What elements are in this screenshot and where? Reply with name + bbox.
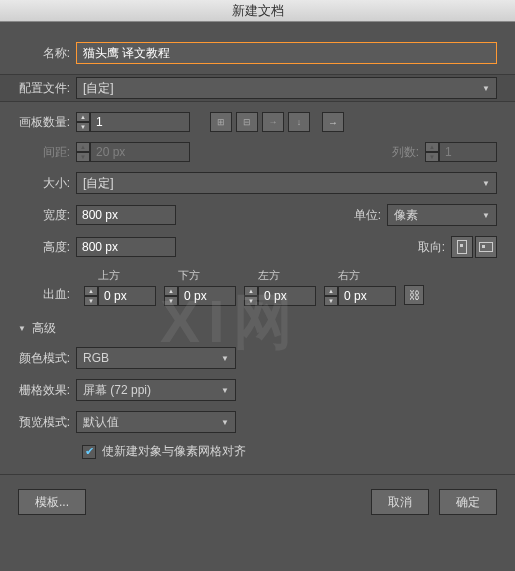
grid-by-row-icon[interactable]: ⊞ <box>210 112 232 132</box>
bleed-label: 出血: <box>18 286 76 306</box>
template-button[interactable]: 模板... <box>18 489 86 515</box>
advanced-toggle[interactable]: 高级 <box>18 320 497 337</box>
orientation-portrait[interactable] <box>451 236 473 258</box>
artboards-up[interactable]: ▲ <box>76 112 90 122</box>
profile-select[interactable]: [自定] <box>76 77 497 99</box>
name-label: 名称: <box>18 45 76 62</box>
size-label: 大小: <box>18 175 76 192</box>
bleed-left-label: 左方 <box>244 268 316 283</box>
width-input[interactable] <box>76 205 176 225</box>
columns-input <box>439 142 497 162</box>
colormode-select[interactable]: RGB <box>76 347 236 369</box>
raster-label: 栅格效果: <box>18 382 76 399</box>
bleed-bottom-down[interactable]: ▼ <box>164 296 178 306</box>
width-label: 宽度: <box>18 207 76 224</box>
arrange-col-icon[interactable]: ↓ <box>288 112 310 132</box>
divider <box>0 474 515 475</box>
bleed-right-input[interactable] <box>338 286 396 306</box>
artboards-label: 画板数量: <box>18 114 76 131</box>
bleed-link-icon[interactable]: ⛓ <box>404 285 424 305</box>
bleed-right-down[interactable]: ▼ <box>324 296 338 306</box>
raster-select[interactable]: 屏幕 (72 ppi) <box>76 379 236 401</box>
bleed-top-label: 上方 <box>84 268 156 283</box>
bleed-top-input[interactable] <box>98 286 156 306</box>
bleed-left-down[interactable]: ▼ <box>244 296 258 306</box>
columns-label: 列数: <box>385 144 425 161</box>
dialog-title: 新建文档 <box>0 0 515 22</box>
columns-down: ▼ <box>425 152 439 162</box>
unit-label: 单位: <box>347 207 387 224</box>
bleed-left-input[interactable] <box>258 286 316 306</box>
bleed-top-up[interactable]: ▲ <box>84 286 98 296</box>
artboards-down[interactable]: ▼ <box>76 122 90 132</box>
colormode-label: 颜色模式: <box>18 350 76 367</box>
bleed-left-up[interactable]: ▲ <box>244 286 258 296</box>
align-grid-checkbox[interactable]: ✔ <box>82 445 96 459</box>
columns-up: ▲ <box>425 142 439 152</box>
bleed-top-down[interactable]: ▼ <box>84 296 98 306</box>
spacing-up: ▲ <box>76 142 90 152</box>
height-label: 高度: <box>18 239 76 256</box>
spacing-input <box>90 142 190 162</box>
align-grid-label: 使新建对象与像素网格对齐 <box>102 443 246 460</box>
preview-select[interactable]: 默认值 <box>76 411 236 433</box>
size-select[interactable]: [自定] <box>76 172 497 194</box>
spacing-label: 间距: <box>18 144 76 161</box>
profile-label: 配置文件: <box>18 80 76 97</box>
unit-select[interactable]: 像素 <box>387 204 497 226</box>
bleed-right-label: 右方 <box>324 268 396 283</box>
grid-by-col-icon[interactable]: ⊟ <box>236 112 258 132</box>
spacing-down: ▼ <box>76 152 90 162</box>
landscape-icon <box>479 242 493 252</box>
name-input[interactable] <box>76 42 497 64</box>
bleed-bottom-up[interactable]: ▲ <box>164 286 178 296</box>
orientation-label: 取向: <box>411 239 451 256</box>
bleed-bottom-input[interactable] <box>178 286 236 306</box>
ok-button[interactable]: 确定 <box>439 489 497 515</box>
height-input[interactable] <box>76 237 176 257</box>
preview-label: 预览模式: <box>18 414 76 431</box>
portrait-icon <box>457 240 467 254</box>
direction-icon[interactable]: → <box>322 112 344 132</box>
bleed-bottom-label: 下方 <box>164 268 236 283</box>
cancel-button[interactable]: 取消 <box>371 489 429 515</box>
artboards-input[interactable] <box>90 112 190 132</box>
orientation-landscape[interactable] <box>475 236 497 258</box>
arrange-row-icon[interactable]: → <box>262 112 284 132</box>
bleed-right-up[interactable]: ▲ <box>324 286 338 296</box>
